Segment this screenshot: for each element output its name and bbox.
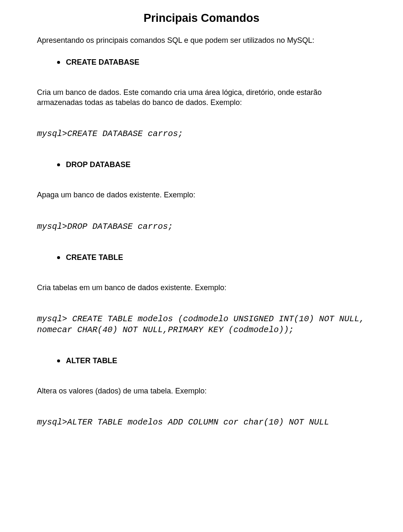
bullet-create-table: CREATE TABLE [57,253,366,262]
bullet-label: CREATE TABLE [66,253,123,262]
bullet-alter-table: ALTER TABLE [57,356,366,365]
bullet-label: DROP DATABASE [66,160,131,169]
desc-drop-database: Apaga um banco de dados existente. Exemp… [37,190,366,200]
code-alter-table: mysql>ALTER TABLE modelos ADD COLUMN cor… [37,417,366,428]
bullet-create-database: CREATE DATABASE [57,58,366,67]
bullet-icon [57,163,60,166]
code-drop-database: mysql>DROP DATABASE carros; [37,221,366,232]
intro-paragraph: Apresentando os principais comandos SQL … [37,36,366,45]
desc-alter-table: Altera os valores (dados) de uma tabela.… [37,386,366,396]
desc-create-database: Cria um banco de dados. Este comando cri… [37,88,366,107]
bullet-label: ALTER TABLE [66,356,117,365]
bullet-drop-database: DROP DATABASE [57,160,366,169]
bullet-icon [57,359,60,362]
desc-create-table: Cria tabelas em um banco de dados existe… [37,283,366,293]
page-title: Principais Comandos [37,12,366,25]
bullet-label: CREATE DATABASE [66,58,139,67]
bullet-icon [57,61,60,64]
code-create-table: mysql> CREATE TABLE modelos (codmodelo U… [37,314,366,335]
code-create-database: mysql>CREATE DATABASE carros; [37,128,366,139]
bullet-icon [57,256,60,259]
